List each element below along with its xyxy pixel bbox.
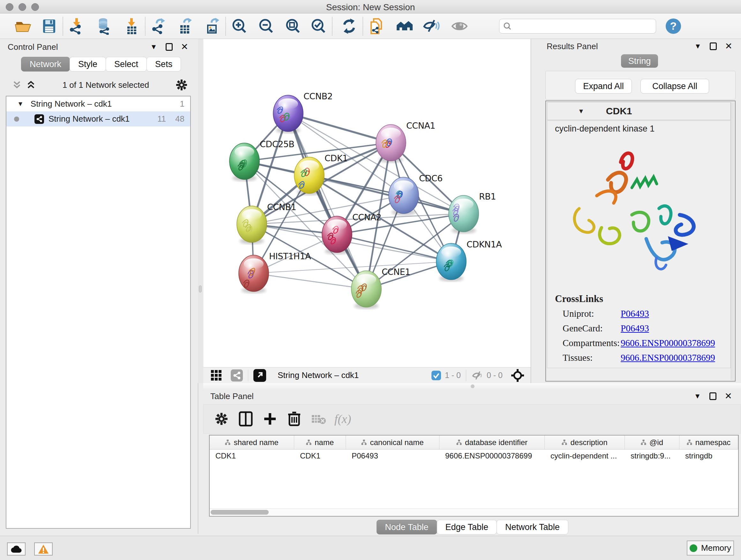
export-network-icon[interactable] xyxy=(150,17,168,35)
create-column-icon[interactable] xyxy=(258,409,282,428)
warning-status-button[interactable] xyxy=(34,543,53,556)
tab-sets[interactable]: Sets xyxy=(146,57,181,71)
import-network-database-icon[interactable] xyxy=(95,17,113,35)
column-header-canonical-name[interactable]: canonical name xyxy=(346,435,440,449)
table-panel: Table Panel ▼ ✕ f(x) shared n xyxy=(203,389,741,534)
memory-button[interactable]: Memory xyxy=(687,541,734,556)
node-CCNB1[interactable]: CCNB1 xyxy=(237,202,296,244)
export-image-icon[interactable] xyxy=(203,17,221,35)
collapse-all-networks-icon[interactable] xyxy=(12,80,22,90)
network-current-dot xyxy=(14,117,19,122)
column-header-description[interactable]: description xyxy=(545,435,625,449)
import-network-file-icon[interactable] xyxy=(68,17,85,35)
table-panel-close-icon[interactable]: ✕ xyxy=(725,392,732,400)
birds-eye-view-icon[interactable] xyxy=(210,369,222,381)
table-options-gear-icon[interactable] xyxy=(209,409,233,428)
scrollbar-thumb[interactable] xyxy=(211,510,269,515)
crosslink-value-link[interactable]: 9606.ENSP00000378699 xyxy=(621,353,715,363)
node-CDKN1A[interactable]: CDKN1A xyxy=(436,240,502,282)
help-icon[interactable]: ? xyxy=(664,17,682,35)
search-input[interactable] xyxy=(499,19,656,34)
tab-edge-table[interactable]: Edge Table xyxy=(436,520,497,535)
table-cell[interactable]: CDK1 xyxy=(294,449,346,462)
network-canvas[interactable]: CCNB2CCNA1CDC25BCDK1CDC6RB1CCNB1CCNA2CDK… xyxy=(203,39,531,367)
results-panel-float-icon[interactable] xyxy=(710,43,717,50)
control-panel-tabs: Network Style Select Sets xyxy=(21,57,181,71)
protein-section-header[interactable]: ▼ CDK1 xyxy=(547,102,731,120)
column-header-name[interactable]: name xyxy=(294,435,346,449)
show-hidden-icon[interactable] xyxy=(451,17,468,35)
network-row[interactable]: String Network – cdk1 11 48 xyxy=(6,111,190,126)
selected-checkbox-icon[interactable] xyxy=(431,371,441,380)
table-cell[interactable]: P06493 xyxy=(346,449,440,462)
network-share-icon[interactable] xyxy=(231,369,243,381)
table-horizontal-scrollbar[interactable] xyxy=(210,508,738,516)
control-panel-close-icon[interactable]: ✕ xyxy=(181,43,188,51)
node-label: CCNB2 xyxy=(304,91,333,101)
show-columns-icon[interactable] xyxy=(233,409,258,428)
tab-select[interactable]: Select xyxy=(106,57,147,71)
tab-style[interactable]: Style xyxy=(70,57,106,71)
expand-all-button[interactable]: Expand All xyxy=(575,79,632,94)
open-session-icon[interactable] xyxy=(14,17,32,35)
control-panel-menu-icon[interactable]: ▼ xyxy=(150,43,157,51)
column-header-@id[interactable]: @id xyxy=(625,435,679,449)
protein-collapse-caret[interactable]: ▼ xyxy=(578,108,584,115)
node-label: CDK1 xyxy=(325,153,348,163)
column-header-namespac[interactable]: namespac xyxy=(679,435,738,449)
table-cell[interactable]: CDK1 xyxy=(210,449,294,462)
table-cell[interactable]: stringdb:9... xyxy=(625,449,679,462)
tab-string[interactable]: String xyxy=(621,54,658,68)
open-in-new-window-icon[interactable] xyxy=(253,369,266,382)
collection-expand-caret[interactable]: ▼ xyxy=(17,100,23,108)
results-panel-close-icon[interactable]: ✕ xyxy=(725,43,732,50)
first-neighbors-icon[interactable] xyxy=(396,17,414,35)
zoom-selected-icon[interactable] xyxy=(310,17,327,35)
crosslink-value-link[interactable]: P06493 xyxy=(621,308,649,319)
table-panel-float-icon[interactable] xyxy=(710,392,717,400)
import-table-file-icon[interactable] xyxy=(123,17,140,35)
node-CCNE1[interactable]: CCNE1 xyxy=(351,267,410,309)
zoom-fit-icon[interactable] xyxy=(284,17,302,35)
column-header-database-identifier[interactable]: database identifier xyxy=(440,435,545,449)
results-scrollbar[interactable] xyxy=(731,102,734,380)
network-options-gear-icon[interactable] xyxy=(176,79,187,91)
table-panel-menu-icon[interactable]: ▼ xyxy=(694,392,701,400)
node-label: CCNA2 xyxy=(352,212,381,222)
network-graph[interactable]: CCNB2CCNA1CDC25BCDK1CDC6RB1CCNB1CCNA2CDK… xyxy=(203,39,531,367)
expand-all-networks-icon[interactable] xyxy=(26,80,36,90)
table-cell[interactable]: cyclin-dependent ... xyxy=(545,449,625,462)
table-cell[interactable]: 9606.ENSP00000378699 xyxy=(440,449,545,462)
tab-network-table[interactable]: Network Table xyxy=(496,520,568,535)
node-CDC6[interactable]: CDC6 xyxy=(389,173,443,215)
control-panel-float-icon[interactable] xyxy=(165,43,173,51)
fit-selection-crosshair-icon[interactable] xyxy=(511,369,524,382)
node-RB1[interactable]: RB1 xyxy=(449,192,496,234)
network-node-count: 11 xyxy=(157,114,166,124)
table-row[interactable]: CDK1CDK1P064939606.ENSP00000378699cyclin… xyxy=(210,449,738,462)
horizontal-splitter[interactable] xyxy=(203,383,741,389)
node-CDK1[interactable]: CDK1 xyxy=(294,153,348,195)
refresh-icon[interactable] xyxy=(340,17,358,35)
zoom-in-icon[interactable] xyxy=(230,17,248,35)
crosslink-value-link[interactable]: P06493 xyxy=(621,323,649,334)
crosslink-value-link[interactable]: P06493 xyxy=(621,367,649,368)
table-cell[interactable]: stringdb xyxy=(679,449,738,462)
network-collection-row[interactable]: ▼ String Network – cdk1 1 xyxy=(6,97,190,111)
collapse-all-button[interactable]: Collapse All xyxy=(641,79,709,94)
save-session-icon[interactable] xyxy=(40,17,58,35)
clone-network-icon[interactable] xyxy=(367,17,386,35)
crosslink-value-link[interactable]: 9606.ENSP00000378699 xyxy=(621,338,715,348)
hide-selected-icon[interactable] xyxy=(422,17,441,35)
tab-node-table[interactable]: Node Table xyxy=(376,520,437,535)
column-header-shared-name[interactable]: shared name xyxy=(210,435,294,449)
node-CCNB2[interactable]: CCNB2 xyxy=(273,91,333,133)
cloud-status-button[interactable] xyxy=(7,543,25,556)
tab-network[interactable]: Network xyxy=(21,57,70,71)
node-table[interactable]: shared namenamecanonical namedatabase id… xyxy=(209,435,739,516)
left-splitter[interactable] xyxy=(198,39,203,383)
zoom-out-icon[interactable] xyxy=(257,17,275,35)
delete-column-trash-icon[interactable] xyxy=(282,409,307,428)
results-panel-menu-icon[interactable]: ▼ xyxy=(694,42,701,51)
export-table-icon[interactable] xyxy=(176,17,194,35)
